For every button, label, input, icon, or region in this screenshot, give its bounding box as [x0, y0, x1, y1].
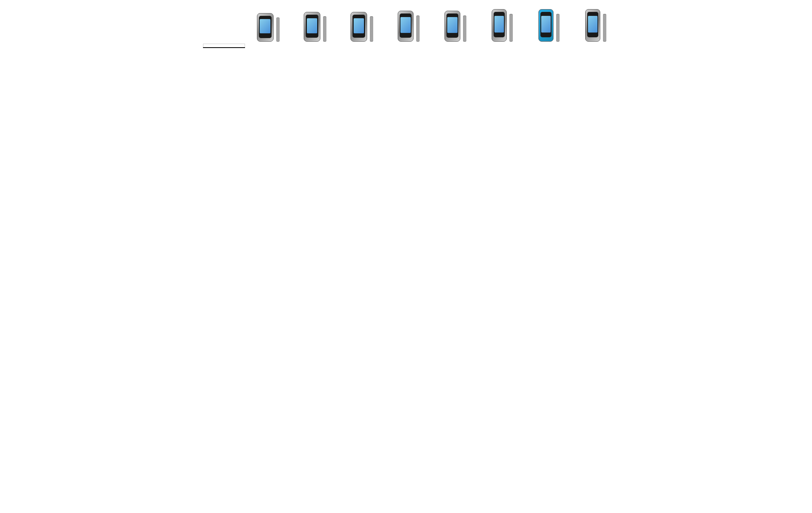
empty-label [203, 44, 245, 48]
name-row [203, 44, 609, 48]
phone-image-iphone [245, 0, 292, 44]
phone-image-iphone-4s [432, 0, 479, 44]
phone-image-iphone-3g [292, 0, 339, 44]
page-wrapper [203, 0, 609, 48]
phone-image-iphone-5 [479, 0, 526, 44]
phone-image-iphone-5c [526, 0, 573, 44]
comparison-table [203, 0, 609, 48]
phone-image-iphone-3gs [339, 0, 385, 44]
phone-image-iphone-4 [385, 0, 432, 44]
empty-header [203, 0, 245, 44]
image-row [203, 0, 609, 44]
phone-image-iphone-5s [573, 0, 609, 44]
